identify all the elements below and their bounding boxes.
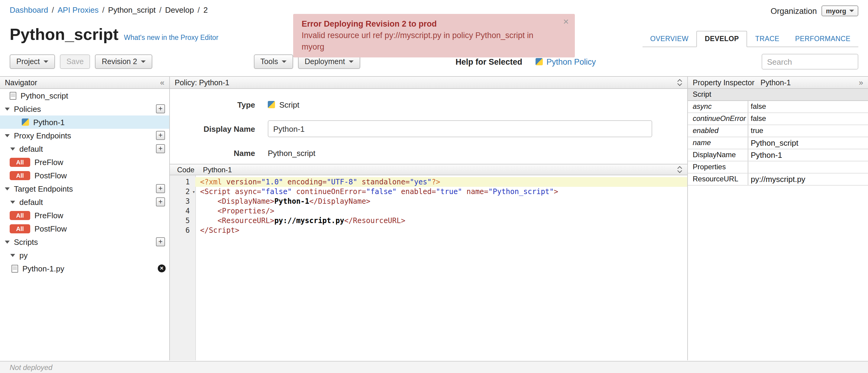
- inspector-row-properties: Properties: [688, 161, 868, 174]
- chevron-down-icon[interactable]: [5, 240, 10, 243]
- breadcrumb-api-proxies[interactable]: API Proxies: [57, 5, 98, 14]
- code-text: <?xml version="1.0" encoding="UTF-8" sta…: [195, 177, 687, 187]
- tab-trace[interactable]: TRACE: [747, 31, 787, 46]
- collapse-right-icon[interactable]: »: [859, 79, 863, 87]
- code-line[interactable]: 5 <ResourceURL>py://myscript.py</Resourc…: [170, 216, 687, 225]
- property-value[interactable]: false: [748, 101, 868, 113]
- add-policy-button[interactable]: +: [156, 104, 165, 113]
- breadcrumb-dashboard[interactable]: Dashboard: [10, 5, 48, 14]
- name-label: Name: [170, 148, 255, 157]
- tree-group-py[interactable]: py: [0, 248, 169, 262]
- expand-collapse-icon[interactable]: [677, 166, 682, 174]
- expand-collapse-icon[interactable]: [677, 79, 682, 87]
- code-line[interactable]: 3 <DisplayName>Python-1</DisplayName>: [170, 196, 687, 206]
- code-editor[interactable]: 1<?xml version="1.0" encoding="UTF-8" st…: [170, 175, 687, 360]
- organization-value: myorg: [826, 7, 846, 14]
- tab-performance[interactable]: PERFORMANCE: [787, 31, 858, 46]
- code-file-name: Python-1: [203, 165, 232, 174]
- chevron-down-icon[interactable]: [10, 200, 15, 204]
- property-value[interactable]: py://myscript.py: [748, 174, 868, 185]
- save-button[interactable]: Save: [60, 54, 90, 69]
- caret-down-icon: [849, 10, 854, 12]
- tree-section-target-endpoints[interactable]: Target Endpoints +: [0, 182, 169, 195]
- display-name-input[interactable]: [268, 120, 652, 137]
- error-title: Error Deploying Revision 2 to prod: [302, 18, 557, 30]
- code-line[interactable]: 1<?xml version="1.0" encoding="UTF-8" st…: [170, 177, 687, 187]
- property-value[interactable]: Python_script: [748, 137, 868, 149]
- breadcrumb-separator: /: [198, 5, 200, 14]
- tree-section-policies[interactable]: Policies +: [0, 102, 169, 116]
- code-header-label: Code: [170, 165, 194, 174]
- status-bar: Not deployed: [0, 361, 868, 373]
- tree-section-proxy-endpoints[interactable]: Proxy Endpoints +: [0, 129, 169, 142]
- property-name: DisplayName: [688, 149, 748, 161]
- name-row: Name Python_script: [170, 145, 687, 161]
- inspector-row-resourceurl: ResourceURL py://myscript.py: [688, 174, 868, 186]
- line-number: 5: [170, 216, 195, 225]
- tools-menu-button[interactable]: Tools: [254, 54, 293, 69]
- tree-section-label: Target Endpoints: [14, 184, 73, 193]
- chevron-down-icon[interactable]: [10, 254, 15, 257]
- add-script-button[interactable]: +: [156, 237, 165, 246]
- tree-item-proxy-preflow[interactable]: All PreFlow: [0, 155, 169, 169]
- code-line[interactable]: 6</Script>: [170, 225, 687, 235]
- project-menu-button[interactable]: Project: [10, 54, 55, 69]
- code-text: <DisplayName>Python-1</DisplayName>: [195, 196, 687, 206]
- chevron-down-icon[interactable]: [10, 147, 15, 150]
- add-flow-button[interactable]: +: [156, 144, 165, 153]
- tree-item-target-preflow[interactable]: All PreFlow: [0, 209, 169, 222]
- deploy-error-banner: Error Deploying Revision 2 to prod Inval…: [293, 14, 575, 57]
- property-value[interactable]: Python-1: [748, 149, 868, 161]
- search-input[interactable]: [762, 54, 858, 69]
- fold-icon[interactable]: ▾: [192, 187, 195, 197]
- code-line[interactable]: 4 <Properties/>: [170, 206, 687, 216]
- tab-overview[interactable]: OVERVIEW: [642, 31, 696, 46]
- display-name-row: Display Name: [170, 120, 687, 137]
- add-target-endpoint-button[interactable]: +: [156, 184, 165, 193]
- breadcrumb-separator: /: [102, 5, 104, 14]
- tab-develop[interactable]: DEVELOP: [696, 31, 747, 47]
- property-inspector-header: Property Inspector Python-1 »: [688, 76, 868, 89]
- code-text: </Script>: [195, 225, 687, 235]
- tree-item-policy-python-1[interactable]: Python-1: [0, 116, 169, 129]
- python-policy-help-link[interactable]: Python Policy: [535, 57, 596, 66]
- chevron-down-icon[interactable]: [5, 134, 10, 137]
- revision-menu-button[interactable]: Revision 2: [95, 54, 152, 69]
- code-text: <ResourceURL>py://myscript.py</ResourceU…: [195, 216, 687, 225]
- property-value[interactable]: false: [748, 113, 868, 125]
- chevron-down-icon[interactable]: [5, 187, 10, 190]
- type-row: Type Script: [170, 96, 687, 113]
- code-line[interactable]: 2▾<Script async="false" continueOnError=…: [170, 187, 687, 196]
- tree-item-script-file[interactable]: Python-1.py: [0, 262, 169, 275]
- navigator-pane: Navigator « Python_script Policies + Pyt…: [0, 76, 170, 360]
- type-label: Type: [170, 100, 255, 109]
- delete-script-icon[interactable]: [158, 265, 166, 272]
- tree-item-proxy-root[interactable]: Python_script: [0, 89, 169, 102]
- all-badge: All: [10, 224, 30, 233]
- whats-new-link[interactable]: What's new in the Proxy Editor: [124, 34, 218, 41]
- file-icon: [11, 265, 18, 272]
- policy-editor-pane: Policy: Python-1 Type Script Display Nam…: [170, 76, 687, 360]
- python-policy-icon: [268, 101, 275, 108]
- tree-item-label: PreFlow: [34, 211, 63, 220]
- tree-section-scripts[interactable]: Scripts +: [0, 235, 169, 248]
- file-icon: [10, 92, 16, 99]
- tree-item-target-default[interactable]: default +: [0, 195, 169, 209]
- python-policy-link-label: Python Policy: [547, 57, 596, 66]
- close-icon[interactable]: ×: [563, 17, 569, 27]
- organization-dropdown[interactable]: myorg: [822, 5, 858, 16]
- inspector-row-displayname: DisplayName Python-1: [688, 149, 868, 161]
- property-value[interactable]: [748, 161, 868, 173]
- add-flow-button[interactable]: +: [156, 197, 165, 207]
- python-policy-icon: [22, 119, 29, 126]
- collapse-left-icon[interactable]: «: [160, 79, 164, 87]
- tree-item-proxy-postflow[interactable]: All PostFlow: [0, 169, 169, 182]
- tree-item-proxy-default[interactable]: default +: [0, 142, 169, 155]
- tree-group-label: py: [19, 251, 28, 260]
- tree-item-target-postflow[interactable]: All PostFlow: [0, 222, 169, 235]
- tree-item-label: default: [19, 144, 43, 153]
- chevron-down-icon[interactable]: [5, 107, 10, 110]
- property-value[interactable]: true: [748, 125, 868, 136]
- add-proxy-endpoint-button[interactable]: +: [156, 131, 165, 140]
- navigator-header: Navigator «: [0, 76, 169, 89]
